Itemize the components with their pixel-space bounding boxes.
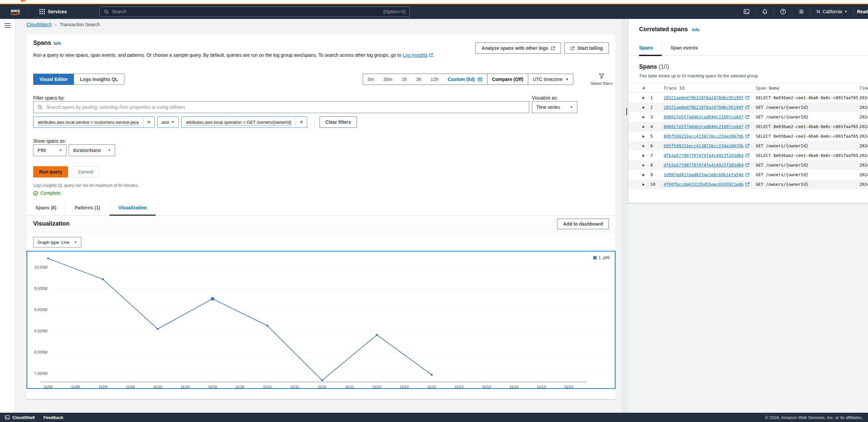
add-to-dashboard-button[interactable]: Add to dashboard: [557, 219, 609, 229]
trace-id-link[interactable]: 28321ae6ed79b218f6a2470d6c95199f: [663, 105, 744, 110]
trace-id-link[interactable]: 695f599231ecc4138726cc234a10670b: [663, 143, 744, 148]
span-filter-search[interactable]: [33, 101, 529, 113]
table-row: ▶ 4 696027e5f74d4b3cad844c21897ce8d7 SEL…: [628, 122, 868, 131]
aws-logo[interactable]: aws: [9, 7, 28, 16]
chart-legend[interactable]: 1. p99: [593, 255, 610, 260]
panel-tab-spans[interactable]: Spans: [639, 40, 662, 56]
remove-filter-icon[interactable]: ✕: [296, 117, 307, 127]
visual-editor-tab[interactable]: Visual Editor: [33, 74, 74, 85]
trace-id-cell: 695f599231ecc4138726cc234a10670b: [663, 134, 756, 139]
row-expand-icon[interactable]: ▶: [642, 154, 650, 157]
row-expand-icon[interactable]: ▶: [642, 134, 650, 138]
trace-id-link[interactable]: 4f60fbccda632335d55eec0243921e6b: [663, 182, 744, 187]
trace-id-link[interactable]: 696027e5f74d4b3cad844c21897ce8d7: [663, 124, 744, 129]
filter-chip-text[interactable]: attributes.aws.local.operation = GET /ow…: [182, 117, 295, 127]
time-range-5m[interactable]: 5m: [363, 74, 379, 85]
cloudshell-footer-button[interactable]: CloudShell: [5, 415, 35, 420]
row-expand-icon[interactable]: ▶: [642, 125, 650, 128]
menu-icon[interactable]: [4, 23, 11, 28]
row-expand-icon[interactable]: ▶: [642, 183, 650, 186]
time-range-12h[interactable]: 12h: [426, 74, 443, 85]
breadcrumb: CloudWatch › Transaction Search: [27, 22, 100, 27]
calendar-icon: [477, 77, 483, 82]
span-filter-input[interactable]: [46, 104, 525, 110]
trace-id-cell: 695f599231ecc4138726cc234a10670b: [663, 143, 756, 148]
correlated-spans-info-link[interactable]: Info: [692, 28, 700, 32]
row-expand-icon[interactable]: ▶: [642, 105, 650, 109]
tab-spans[interactable]: Spans (8): [27, 200, 65, 215]
panel-splitter[interactable]: [622, 19, 628, 413]
external-link-icon: [745, 182, 749, 187]
bell-icon[interactable]: [759, 6, 770, 17]
svg-text:aws: aws: [11, 8, 20, 13]
trace-id-cell: 696027e5f74d4b3cad844c21897ce8d7: [663, 115, 756, 120]
svg-text:11/10: 11/10: [181, 385, 190, 388]
select-filters-button[interactable]: Select filters: [591, 73, 613, 86]
analyze-spans-button[interactable]: Analyze spans with other logs: [475, 42, 561, 54]
tab-visualization[interactable]: Visualization: [109, 200, 156, 215]
row-number: 2: [650, 105, 663, 110]
time-range-30m[interactable]: 30m: [379, 74, 397, 85]
time-range-3h[interactable]: 3h: [411, 74, 426, 85]
feedback-button[interactable]: Feedback: [43, 415, 63, 420]
row-expand-icon[interactable]: ▶: [642, 173, 650, 176]
start-tailing-button[interactable]: Start tailing: [564, 42, 609, 54]
cloudshell-icon[interactable]: [741, 6, 752, 17]
time-range-1h[interactable]: 1h: [397, 74, 412, 85]
trace-id-link[interactable]: 695f599231ecc4138726cc234a10670b: [663, 134, 744, 139]
chevron-down-icon: ▼: [844, 10, 847, 13]
region-selector[interactable]: N. California ▼: [814, 9, 850, 14]
spans-table-body: ▶ 1 28321ae6ed79b218f6a2470d6c95199f SEL…: [628, 93, 868, 189]
span-name-cell: GET /owners/{ownerId}: [756, 182, 859, 187]
chevron-down-icon: ▼: [59, 149, 62, 152]
breadcrumb-cloudwatch-link[interactable]: CloudWatch: [27, 22, 52, 27]
row-expand-icon[interactable]: ▶: [642, 163, 650, 167]
trace-id-link[interactable]: dfb3a577d077074f4fa414923f283d64: [663, 163, 744, 167]
result-tabs: Spans (8) Patterns (1) Visualization: [27, 200, 616, 216]
run-query-button[interactable]: Run query: [33, 166, 68, 177]
visualize-as-select[interactable]: Time series ▼: [532, 101, 577, 113]
svg-text:11/12: 11/12: [455, 385, 464, 388]
custom-range-button[interactable]: Custom (5d): [443, 74, 487, 85]
help-icon[interactable]: ?: [777, 6, 789, 17]
row-expand-icon[interactable]: ▶: [642, 96, 650, 100]
panel-tab-span-events[interactable]: Span events: [662, 40, 705, 56]
logs-insights-ql-tab[interactable]: Logs Insights QL: [74, 74, 124, 85]
spans-info-link[interactable]: Info: [54, 41, 61, 46]
trace-id-link[interactable]: dfb3a577d077074f4fa414923f283d64: [663, 153, 744, 158]
row-expand-icon[interactable]: ▶: [642, 115, 650, 119]
services-label: Services: [48, 9, 67, 14]
tab-patterns[interactable]: Patterns (1): [65, 200, 109, 215]
status-text: Complete.: [40, 190, 62, 196]
global-search[interactable]: [Option+S]: [99, 7, 410, 17]
cancel-button[interactable]: Cancel: [72, 166, 99, 177]
filter-operator-select[interactable]: and ▼: [157, 117, 179, 128]
trace-id-link[interactable]: 1d997ed817aad623ae1ebc69b1efa54e: [663, 172, 744, 177]
services-menu[interactable]: Services: [39, 9, 67, 14]
account-menu[interactable]: ReadOnly: [857, 9, 868, 14]
log-insights-link[interactable]: Log Insights: [402, 53, 428, 58]
external-link-icon: [745, 124, 749, 129]
field-select[interactable]: durationNano ▼: [69, 144, 115, 156]
col-span-name: Span Name: [756, 86, 859, 91]
external-link-icon: [745, 134, 749, 138]
time-cell: 2024: [859, 172, 868, 177]
clear-filters-button[interactable]: Clear filters: [319, 117, 357, 128]
trace-id-link[interactable]: 28321ae6ed79b218f6a2470d6c95199f: [663, 95, 744, 100]
graph-type-select[interactable]: Graph type: Line ▼: [33, 237, 81, 248]
stat-select[interactable]: P99 ▼: [33, 144, 66, 156]
line-chart[interactable]: 10.00M9.500M9.000M8.500M8.000M7.500M11/0…: [27, 251, 616, 389]
remove-filter-icon[interactable]: ✕: [143, 117, 154, 127]
compare-button[interactable]: Compare (Off): [487, 74, 528, 85]
query-note: Logs Insights QL query can run for maxim…: [33, 183, 139, 188]
gear-icon[interactable]: [796, 6, 807, 17]
services-grid-icon: [39, 9, 45, 14]
svg-text:11/10: 11/10: [153, 385, 162, 388]
timezone-selector[interactable]: UTC timezone ▼: [528, 74, 573, 85]
global-search-input[interactable]: [112, 9, 380, 14]
filter-chip-text[interactable]: attributes.aws.local.service = customers…: [33, 117, 143, 127]
svg-text:11/10: 11/10: [208, 385, 217, 388]
row-expand-icon[interactable]: ▶: [642, 144, 650, 148]
trace-id-link[interactable]: 696027e5f74d4b3cad844c21897ce8d7: [663, 115, 744, 120]
show-spans-label: Show spans as:: [33, 138, 66, 144]
